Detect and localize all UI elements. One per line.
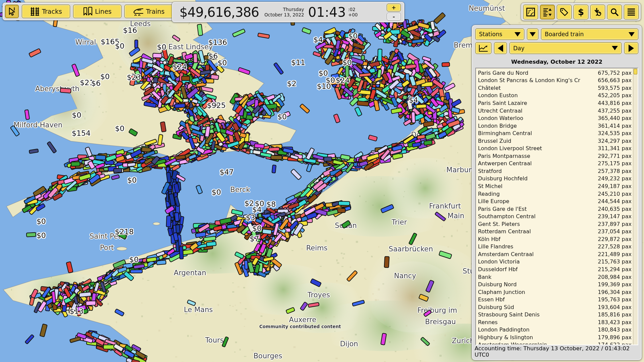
station-row[interactable]: Châtelet593,575 pax bbox=[478, 84, 632, 92]
station-row[interactable]: London Waterloo365,440 pax bbox=[478, 114, 632, 122]
station-row[interactable]: Antwerpen Centraal275,175 pax bbox=[478, 160, 632, 168]
station-rows: Paris Gare du Nord675,752 paxLondon St P… bbox=[478, 69, 632, 345]
station-row[interactable]: Highbury & Islington179,896 pax bbox=[478, 334, 632, 341]
station-row[interactable]: Lille Flandres227,528 pax bbox=[478, 243, 632, 251]
station-row[interactable]: Paris Gare de l'Est240,635 pax bbox=[478, 205, 632, 213]
station-name: Essen Hbf bbox=[478, 296, 505, 303]
search-icon bbox=[610, 7, 619, 17]
station-row[interactable]: Köln Hbf229,872 pax bbox=[478, 235, 632, 243]
station-name: Utrecht Centraal bbox=[478, 108, 522, 114]
station-row[interactable]: Paris Gare du Nord675,752 pax bbox=[478, 69, 632, 77]
station-pax: 208,984 pax bbox=[598, 274, 632, 280]
line-chart-icon bbox=[478, 44, 488, 52]
station-row[interactable]: Bank208,984 pax bbox=[478, 273, 632, 281]
lines-button[interactable]: Lines bbox=[73, 5, 121, 18]
weekday-label: Thursday bbox=[264, 7, 304, 12]
station-row[interactable]: Brussel Zuid324,297 pax bbox=[478, 137, 632, 145]
metric-dropdown[interactable]: Boarded train bbox=[541, 28, 638, 40]
lines-label: Lines bbox=[95, 8, 112, 15]
station-row[interactable]: Clapham Junction196,304 pax bbox=[478, 288, 632, 296]
period-dropdown[interactable]: Day bbox=[509, 42, 622, 54]
station-row[interactable]: Stratford257,378 pax bbox=[478, 167, 632, 175]
money-balance: $49,616,386 bbox=[179, 5, 259, 20]
category-dropdown-value: Stations bbox=[479, 31, 502, 38]
station-pax: 183,423 pax bbox=[598, 319, 632, 325]
app-root: NeumünstLeedsWirralEast LindseyAberystwy… bbox=[0, 0, 644, 362]
station-row[interactable]: Duisburg Hochfeld249,232 pax bbox=[478, 175, 632, 183]
station-name: Dusseldorf Hbf bbox=[478, 266, 518, 273]
chevron-left-icon bbox=[498, 45, 503, 52]
station-pax: 324,297 pax bbox=[598, 138, 632, 144]
station-name: Lille Europe bbox=[478, 198, 509, 204]
station-name: Duisburg Hochfeld bbox=[478, 175, 528, 182]
station-pax: 180,843 pax bbox=[598, 326, 632, 333]
station-row[interactable]: Amsterdam Centraal221,489 pax bbox=[478, 250, 632, 258]
time-speed-up-button[interactable]: + bbox=[387, 4, 401, 11]
station-row[interactable]: St Michel249,187 pax bbox=[478, 182, 632, 190]
station-row[interactable]: Paris Montparnasse292,771 pax bbox=[478, 152, 632, 160]
lines-icon bbox=[83, 7, 93, 16]
station-row[interactable]: Southampton Central239,147 pax bbox=[478, 213, 632, 220]
dollar-icon: $ bbox=[576, 7, 586, 17]
chevron-down-icon bbox=[612, 46, 618, 50]
station-row[interactable]: London St Pancras & London King's Cr656,… bbox=[478, 77, 632, 84]
station-pax: 215,294 pax bbox=[598, 266, 632, 273]
period-dropdown-value: Day bbox=[513, 45, 525, 52]
prev-day-button[interactable] bbox=[494, 42, 507, 54]
station-row[interactable]: Dusseldorf Hbf215,294 pax bbox=[478, 265, 632, 273]
station-name: London Liverpool Street bbox=[478, 145, 542, 152]
tracks-button[interactable]: Tracks bbox=[22, 5, 70, 18]
station-pax: 237,054 pax bbox=[598, 228, 632, 235]
station-row[interactable]: London Paddington180,843 pax bbox=[478, 326, 632, 334]
station-pax: 324,535 pax bbox=[598, 130, 632, 136]
station-row[interactable]: Birmingham Central324,535 pax bbox=[478, 129, 632, 137]
station-pax: 196,304 pax bbox=[598, 289, 632, 295]
chart-view-button[interactable] bbox=[475, 42, 491, 54]
station-row[interactable]: Rotterdam Centraal237,054 pax bbox=[478, 228, 632, 235]
station-row[interactable]: Essen Hbf195,763 pax bbox=[478, 296, 632, 303]
date-label: October 13, 2022 bbox=[264, 12, 304, 17]
sort-icon bbox=[543, 7, 552, 17]
trains-label: Trains bbox=[146, 8, 165, 15]
station-row[interactable]: Gent St. Pieters237,897 pax bbox=[478, 220, 632, 228]
category-dropdown[interactable]: Stations bbox=[475, 28, 524, 40]
station-row[interactable]: Lille Europe244,544 pax bbox=[478, 197, 632, 205]
steam-workshop-button[interactable] bbox=[590, 5, 605, 19]
station-row[interactable]: London Euston452,205 pax bbox=[478, 92, 632, 100]
steam-workshop-icon bbox=[593, 7, 602, 17]
station-name: London Bridge bbox=[478, 123, 517, 129]
station-name: London Victoria bbox=[478, 258, 520, 265]
station-name: Brussel Zuid bbox=[478, 138, 511, 144]
station-row[interactable]: Paris Saint Lazaire443,816 pax bbox=[478, 99, 632, 107]
scrollbar[interactable] bbox=[633, 68, 638, 345]
sort-button[interactable] bbox=[540, 5, 555, 19]
station-row[interactable]: London Liverpool Street311,341 pax bbox=[478, 144, 632, 152]
time-speed-down-button[interactable]: - bbox=[387, 13, 401, 20]
scrollbar-thumb[interactable] bbox=[634, 69, 637, 74]
station-row[interactable]: Duisburg Nord199,369 pax bbox=[478, 281, 632, 288]
station-pax: 361,414 pax bbox=[598, 123, 632, 129]
chevron-down-icon bbox=[515, 32, 521, 37]
tag-button[interactable] bbox=[557, 5, 572, 19]
station-row[interactable]: Strasbourg Saint Denis185,816 pax bbox=[478, 311, 632, 319]
select-tool-button[interactable]: i bbox=[5, 5, 19, 18]
trains-button[interactable]: Trains bbox=[124, 5, 173, 18]
station-name: London Paddington bbox=[478, 326, 530, 333]
station-row[interactable]: Reading245,210 pax bbox=[478, 190, 632, 198]
search-button[interactable] bbox=[607, 5, 622, 19]
station-row[interactable]: Amsterdam Weesperplein174,622 pax bbox=[478, 341, 632, 345]
utc-offset-label: +00 bbox=[348, 12, 358, 17]
next-day-button[interactable] bbox=[624, 42, 638, 54]
menu-button[interactable] bbox=[624, 5, 639, 19]
station-row[interactable]: London Victoria215,763 pax bbox=[478, 258, 632, 266]
station-row[interactable]: Duisburg Süd193,604 pax bbox=[478, 303, 632, 311]
station-row[interactable]: London Bridge361,414 pax bbox=[478, 122, 632, 130]
money-overlay-button[interactable]: $ bbox=[574, 5, 588, 19]
station-name: Bank bbox=[478, 274, 491, 280]
tag-icon bbox=[559, 7, 569, 17]
expand-dropdown-button[interactable] bbox=[527, 28, 538, 40]
clock-display: 01:43 bbox=[308, 5, 346, 20]
station-row[interactable]: Rennes183,423 pax bbox=[478, 318, 632, 326]
minimap-button[interactable] bbox=[523, 5, 538, 19]
station-row[interactable]: Utrecht Centraal437,255 pax bbox=[478, 107, 632, 115]
